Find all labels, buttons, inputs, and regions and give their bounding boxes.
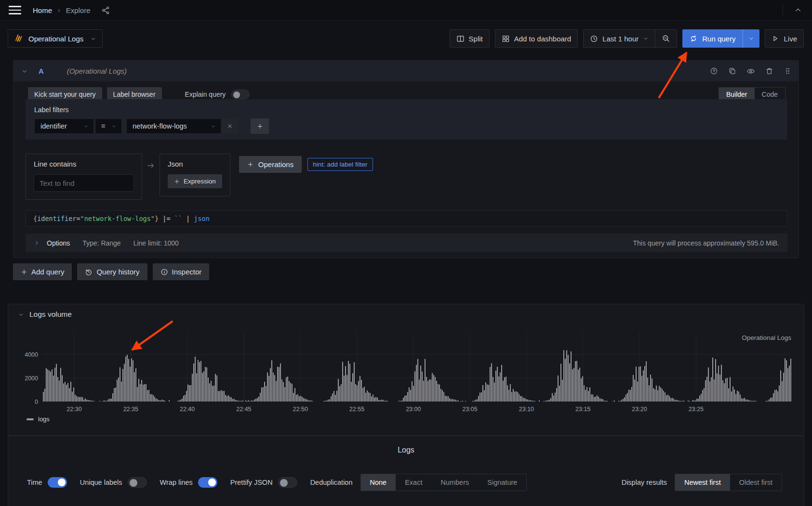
chevron-up-icon[interactable] [794, 6, 802, 14]
query-datasource-hint: (Operational Logs) [67, 67, 127, 75]
toggle-visibility-icon[interactable] [746, 67, 755, 76]
display-option-oldest-first[interactable]: Oldest first [730, 474, 782, 491]
unique-labels-label: Unique labels [80, 479, 122, 486]
run-query-split-button: Run query [682, 29, 759, 48]
datasource-picker[interactable]: Operational Logs [8, 29, 103, 48]
operations-row: Line contains Json Expression Operations… [26, 154, 373, 200]
label-key-select[interactable]: identifier [34, 118, 94, 134]
plus-icon [257, 123, 263, 130]
chevron-down-icon [111, 124, 117, 129]
unique-labels-toggle[interactable] [128, 477, 147, 488]
wrap-lines-toggle[interactable] [198, 477, 217, 488]
chevron-down-icon [83, 124, 89, 129]
wrap-lines-label: Wrap lines [160, 479, 193, 486]
run-query-dropdown-button[interactable] [743, 29, 759, 48]
line-contains-operation: Line contains [26, 154, 142, 200]
label-filter-row: identifier = network-flow-logs [34, 118, 779, 134]
add-to-dashboard-button[interactable]: Add to dashboard [495, 29, 578, 48]
time-range-button[interactable]: Last 1 hour [584, 30, 655, 47]
remove-query-icon[interactable] [765, 67, 773, 75]
remove-filter-icon[interactable] [222, 118, 238, 134]
svg-text:22:50: 22:50 [293, 406, 308, 413]
inspector-button[interactable]: Inspector [153, 263, 210, 280]
query-ref-id[interactable]: A [39, 67, 44, 75]
svg-text:23:20: 23:20 [632, 406, 647, 413]
label-value-select[interactable]: network-flow-logs [126, 118, 221, 134]
explore-footer-actions: Add query Query history Inspector [13, 263, 209, 280]
svg-text:23:15: 23:15 [575, 406, 590, 413]
dedup-option-exact[interactable]: Exact [396, 474, 431, 491]
dedup-option-none[interactable]: None [361, 474, 396, 491]
info-icon [160, 268, 168, 276]
add-query-button[interactable]: Add query [13, 263, 72, 280]
dashboard-grid-icon [502, 35, 510, 43]
display-option-newest-first[interactable]: Newest first [675, 474, 730, 491]
prettify-json-toggle[interactable] [278, 477, 297, 488]
help-icon[interactable] [710, 67, 718, 75]
duplicate-query-icon[interactable] [728, 67, 736, 75]
svg-text:22:40: 22:40 [180, 406, 195, 413]
query-row-header[interactable]: A (Operational Logs) [13, 61, 799, 81]
nav-right [783, 5, 802, 15]
chevron-down-icon [90, 36, 96, 42]
svg-text:23:05: 23:05 [462, 406, 477, 413]
share-icon[interactable] [101, 6, 110, 15]
breadcrumb-separator-icon: › [58, 6, 60, 14]
time-label: Time [27, 479, 42, 486]
chevron-down-icon [211, 124, 216, 129]
operator-select[interactable]: = [95, 118, 122, 134]
svg-text:23:25: 23:25 [689, 406, 704, 413]
menu-icon[interactable] [9, 6, 21, 14]
query-history-button[interactable]: Query history [77, 263, 147, 280]
zoom-out-button[interactable] [655, 30, 677, 47]
chart-legend-item[interactable]: logs [27, 415, 50, 423]
clock-icon [590, 35, 598, 43]
nav-divider [783, 5, 783, 15]
logs-volume-header[interactable]: Logs volume [18, 310, 72, 319]
live-button[interactable]: Live [765, 29, 804, 48]
json-operation: Json Expression [160, 154, 230, 196]
logs-volume-title: Logs volume [29, 310, 72, 319]
explain-query-toggle[interactable] [231, 90, 250, 99]
display-results-label: Display results [622, 479, 667, 486]
add-operations-button[interactable]: Operations [239, 156, 302, 173]
svg-text:22:30: 22:30 [67, 406, 81, 413]
datasource-name: Operational Logs [28, 35, 83, 43]
add-label-filter-button[interactable] [251, 118, 269, 134]
grafana-explore-page: Home › Explore Ope [0, 0, 812, 506]
time-toggle[interactable] [48, 477, 67, 488]
deduplication-label: Deduplication [310, 479, 353, 486]
breadcrumb-home[interactable]: Home [33, 6, 52, 14]
chevron-down-icon[interactable] [21, 68, 28, 75]
add-expression-button[interactable]: Expression [168, 174, 222, 188]
query-token: } [155, 215, 159, 222]
breadcrumb: Home › Explore [33, 6, 91, 14]
logs-volume-panel: 22:3022:3522:4022:4522:5022:5523:0023:05… [8, 304, 804, 436]
options-type: Type: Range [82, 239, 120, 247]
dedup-option-numbers[interactable]: Numbers [431, 474, 478, 491]
text-to-find-input[interactable] [34, 174, 134, 192]
svg-text:23:00: 23:00 [406, 406, 421, 413]
drag-handle-icon[interactable] [784, 67, 792, 75]
query-token: `` [174, 215, 182, 222]
hint-add-label-filter-link[interactable]: hint: add label filter [307, 158, 373, 171]
plus-icon [174, 179, 180, 184]
time-picker-group: Last 1 hour [583, 29, 677, 48]
query-editor-panel: A (Operational Logs) [13, 60, 799, 258]
plus-icon [21, 269, 27, 275]
chevron-right-icon[interactable] [34, 240, 40, 246]
dedup-option-signature[interactable]: Signature [478, 474, 526, 491]
query-token: |= [159, 215, 174, 222]
display-results-group: Newest first Oldest first [675, 474, 782, 491]
toolbar-actions: Split Add to dashboard Last 1 hour [450, 29, 804, 48]
options-label[interactable]: Options [47, 239, 70, 247]
loki-logo-icon [14, 34, 24, 43]
query-row-actions [710, 67, 792, 76]
query-size-estimate: This query will process approximately 59… [633, 239, 779, 247]
logs-volume-chart[interactable]: 22:3022:3522:4022:4522:5022:5523:0023:05… [8, 304, 805, 436]
split-button[interactable]: Split [450, 29, 490, 48]
pipe-arrow-icon [146, 161, 155, 170]
run-query-button[interactable]: Run query [682, 29, 743, 48]
prettify-json-label: Prettify JSON [230, 479, 273, 486]
breadcrumb-explore[interactable]: Explore [66, 6, 91, 14]
